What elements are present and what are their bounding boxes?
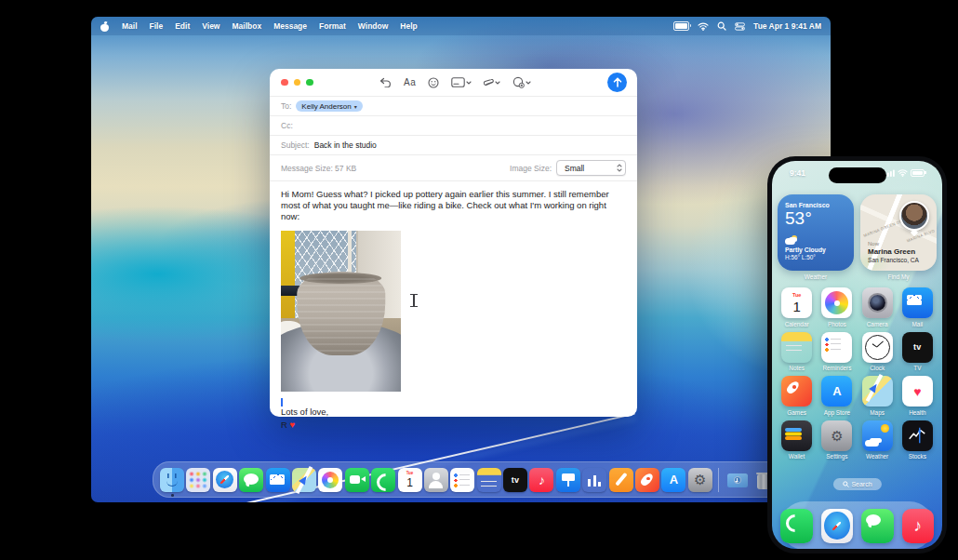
wifi-icon[interactable] <box>698 22 709 31</box>
image-size-dropdown[interactable]: Small <box>556 160 626 176</box>
iphone-app-settings[interactable]: ⚙ Settings <box>817 420 857 460</box>
menu-item-window[interactable]: Window <box>358 21 389 31</box>
dock-icon-keynote[interactable] <box>556 468 580 492</box>
dock-icon-photos[interactable] <box>318 468 342 492</box>
iphone-screen: 9:41 San Francisco 53° Partly Cloudy H:5… <box>772 161 942 549</box>
dock-icon-maps[interactable] <box>292 468 316 492</box>
photos-icon <box>821 287 852 318</box>
dock-icon-games[interactable] <box>635 468 659 492</box>
partly-cloudy-icon <box>785 236 798 245</box>
weather-icon <box>862 420 893 451</box>
iphone-app-games[interactable]: Games <box>777 376 817 416</box>
menu-app-name[interactable]: Mail <box>122 21 138 31</box>
dock-icon-calendar[interactable]: Tue 1 <box>398 468 422 492</box>
header-fields-button[interactable] <box>451 77 472 87</box>
weather-condition: Partly Cloudy <box>785 247 846 253</box>
to-label: To: <box>281 101 291 111</box>
pottery-photo[interactable] <box>281 231 401 392</box>
iphone-app-clock[interactable]: Clock <box>858 332 898 372</box>
dock-icon-facetime[interactable] <box>345 468 369 492</box>
iphone-app-maps[interactable]: Maps <box>858 376 898 416</box>
to-field[interactable]: To: Kelly Anderson ▾ <box>270 97 637 116</box>
dock-icon-downloads[interactable] <box>725 468 750 492</box>
weather-widget[interactable]: San Francisco 53° Partly Cloudy H:56° L:… <box>778 194 854 271</box>
dock-icon-finder[interactable] <box>160 468 184 492</box>
settings-gear-icon: ⚙ <box>821 420 852 451</box>
dock-icon-launchpad[interactable] <box>186 468 210 492</box>
weather-temperature: 53° <box>785 209 846 228</box>
dock-icon-messages[interactable] <box>239 468 263 492</box>
weather-widget-label: Weather <box>778 273 854 280</box>
undo-button[interactable] <box>379 77 392 87</box>
menu-item-file[interactable]: File <box>150 21 164 31</box>
dock-icon-phone[interactable] <box>371 468 395 492</box>
insert-photo-button[interactable] <box>512 76 531 88</box>
apple-menu-icon[interactable] <box>100 21 110 32</box>
iphone-dock-safari[interactable] <box>821 509 854 543</box>
health-heart-icon: ♥ <box>902 376 933 407</box>
dock-icon-music[interactable]: ♪ <box>529 468 553 492</box>
dock-icon-mail[interactable] <box>266 468 290 492</box>
subject-field[interactable]: Subject: Back in the studio <box>270 136 637 155</box>
iphone-app-stocks[interactable]: Stocks <box>898 420 938 460</box>
menu-item-help[interactable]: Help <box>400 21 417 31</box>
format-button[interactable]: Aa <box>404 77 416 87</box>
message-body[interactable]: Hi Mom! Guess what? I picked up pottery … <box>270 181 637 431</box>
iphone-clock: 9:41 <box>790 168 805 178</box>
iphone-app-notes[interactable]: Notes <box>777 332 817 372</box>
iphone-dock-messages[interactable] <box>861 509 894 543</box>
iphone-dock-phone[interactable] <box>780 509 813 543</box>
finder-face-icon <box>167 473 177 478</box>
weather-high-low: H:56° L:50° <box>785 254 846 260</box>
iphone-app-camera[interactable]: Camera <box>858 287 898 327</box>
iphone-app-health[interactable]: ♥ Health <box>898 376 938 416</box>
cc-field[interactable]: Cc: <box>270 116 637 136</box>
search-icon[interactable] <box>717 21 726 31</box>
iphone-app-photos[interactable]: Photos <box>817 287 857 327</box>
download-arrow-icon <box>737 478 738 482</box>
calendar-day: 1 <box>406 477 413 488</box>
dock-icon-notes[interactable] <box>477 468 501 492</box>
dock-icon-tv[interactable]: tv <box>503 468 527 492</box>
recipient-token[interactable]: Kelly Anderson ▾ <box>296 100 362 112</box>
iphone-app-reminders[interactable]: Reminders <box>817 332 857 372</box>
battery-icon[interactable] <box>673 21 689 31</box>
dock-icon-contacts[interactable] <box>424 468 448 492</box>
minimize-button[interactable] <box>294 79 301 87</box>
emoji-button[interactable] <box>428 77 439 88</box>
body-paragraph: Hi Mom! Guess what? I picked up pottery … <box>281 189 626 222</box>
menu-bar-clock[interactable]: Tue Apr 1 9:41 AM <box>753 21 821 31</box>
find-my-location: Marina Green <box>868 247 919 256</box>
image-size-label: Image Size: <box>510 164 552 173</box>
dock-icon-system-settings[interactable]: ⚙ <box>688 468 712 492</box>
dock-icon-pages[interactable] <box>609 468 633 492</box>
stocks-chart-icon <box>902 420 933 451</box>
send-button[interactable] <box>607 73 627 92</box>
menu-item-message[interactable]: Message <box>273 21 307 31</box>
iphone-app-mail[interactable]: Mail <box>898 287 938 327</box>
zoom-button[interactable] <box>306 79 313 87</box>
find-my-widget[interactable]: MARINA GREEN DR MARINA BLVD Now Marina G… <box>860 194 937 271</box>
dock-icon-reminders[interactable] <box>450 468 474 492</box>
attachment-button[interactable] <box>484 77 500 88</box>
menu-item-view[interactable]: View <box>202 21 220 31</box>
dock-icon-app-store[interactable]: A <box>661 468 685 492</box>
window-title-bar[interactable]: Aa <box>270 69 637 97</box>
dock-divider <box>718 468 719 492</box>
control-center-icon[interactable] <box>735 22 745 31</box>
calendar-icon: Tue 1 <box>781 287 812 318</box>
iphone-app-wallet[interactable]: Wallet <box>777 420 817 460</box>
menu-item-edit[interactable]: Edit <box>175 21 190 31</box>
spotlight-search-pill[interactable]: Search <box>832 478 881 490</box>
dock-icon-safari[interactable] <box>213 468 237 492</box>
iphone-app-weather[interactable]: Weather <box>858 420 898 460</box>
menu-item-format[interactable]: Format <box>319 21 346 31</box>
iphone-app-calendar[interactable]: Tue 1 Calendar <box>777 287 817 327</box>
dock-icon-numbers[interactable] <box>582 468 606 492</box>
menu-item-mailbox[interactable]: Mailbox <box>232 21 261 31</box>
iphone-app-app-store[interactable]: A App Store <box>817 376 857 416</box>
iphone-app-tv[interactable]: tv TV <box>898 332 938 372</box>
subject-value: Back in the studio <box>314 140 377 150</box>
close-button[interactable] <box>281 79 288 87</box>
iphone-dock-music[interactable]: ♪ <box>902 509 935 543</box>
